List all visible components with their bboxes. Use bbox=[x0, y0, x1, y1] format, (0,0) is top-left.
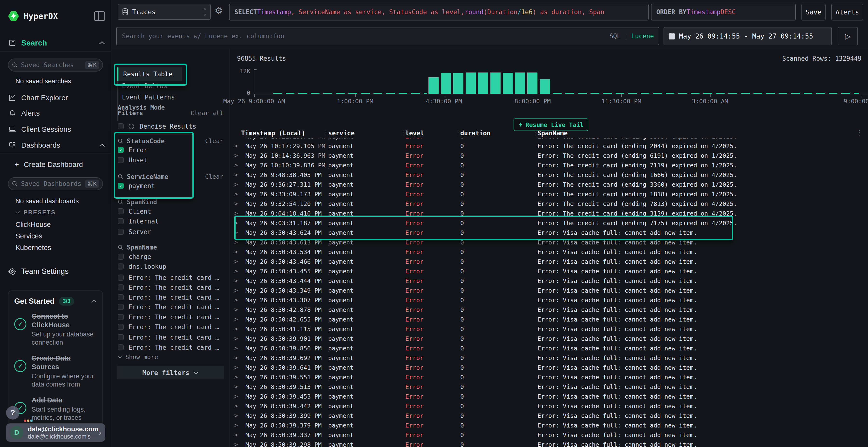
date-range-picker[interactable]: May 26 09:14:55 - May 27 09:14:55 bbox=[663, 27, 832, 45]
expand-chevron-icon[interactable]: > bbox=[235, 210, 245, 217]
table-row[interactable]: >May 26 10:17:29.105 PMpaymentError0Erro… bbox=[230, 141, 868, 151]
table-row[interactable]: >May 26 8:50:39.379 PMpaymentError0Error… bbox=[230, 420, 868, 430]
sidebar-item-alerts[interactable]: Alerts bbox=[8, 108, 105, 118]
sidebar-item-dashboards[interactable]: Dashboards bbox=[8, 140, 105, 150]
filter-option[interactable]: Error: The credit card … bbox=[118, 273, 223, 282]
expand-chevron-icon[interactable]: > bbox=[235, 200, 245, 207]
filter-clear-button[interactable]: Clear bbox=[205, 173, 223, 180]
table-row[interactable]: >May 26 8:50:39.399 PMpaymentError0Error… bbox=[230, 411, 868, 420]
analysis-mode-results-table[interactable]: Results Table bbox=[117, 67, 182, 81]
filter-option[interactable]: Error: The credit card … bbox=[118, 302, 223, 312]
column-header-level[interactable]: level bbox=[405, 130, 460, 137]
table-row[interactable]: >May 26 8:50:43.534 PMpaymentError0Error… bbox=[230, 247, 868, 257]
table-row[interactable]: >May 26 9:04:18.410 PMpaymentError0Error… bbox=[230, 209, 868, 218]
filter-checkbox[interactable] bbox=[118, 284, 124, 290]
create-dashboard-button[interactable]: + Create Dashboard bbox=[14, 159, 105, 170]
chevron-up-icon[interactable] bbox=[99, 41, 105, 44]
filter-option[interactable]: Unset bbox=[118, 155, 223, 165]
histogram-bar[interactable] bbox=[515, 72, 525, 94]
denoise-results-toggle[interactable]: Denoise Results bbox=[118, 122, 223, 131]
expand-chevron-icon[interactable]: > bbox=[235, 364, 245, 371]
language-sql[interactable]: SQL bbox=[609, 33, 621, 40]
table-row[interactable]: >May 26 8:50:39.337 PMpaymentError0Error… bbox=[230, 430, 868, 440]
filter-option[interactable]: Error: The credit card … bbox=[118, 342, 223, 352]
histogram-bar[interactable] bbox=[503, 73, 513, 94]
table-row[interactable]: >May 26 8:50:41.115 PMpaymentError0Error… bbox=[230, 324, 868, 334]
analysis-mode-event-deltas[interactable]: Event Deltas bbox=[117, 81, 182, 91]
table-row[interactable]: >May 26 8:50:39.453 PMpaymentError0Error… bbox=[230, 391, 868, 401]
more-filters-button[interactable]: More filters bbox=[117, 366, 224, 379]
filter-option[interactable]: Error: The credit card … bbox=[118, 322, 223, 332]
filter-checkbox[interactable] bbox=[118, 314, 124, 320]
filter-checkbox[interactable]: ✓ bbox=[118, 183, 124, 189]
filter-checkbox[interactable] bbox=[118, 304, 124, 310]
table-row[interactable]: >May 26 9:36:27.311 PMpaymentError0Error… bbox=[230, 180, 868, 189]
column-header-timestamp-local-[interactable]: Timestamp (Local) bbox=[235, 130, 328, 137]
expand-chevron-icon[interactable]: > bbox=[235, 374, 245, 381]
expand-chevron-icon[interactable]: > bbox=[235, 181, 245, 188]
sidebar-item-chart-explorer[interactable]: Chart Explorer bbox=[8, 93, 105, 103]
preset-link-clickhouse[interactable]: ClickHouse bbox=[16, 220, 51, 229]
source-select[interactable]: Traces ⌃⌄ bbox=[118, 4, 211, 20]
filter-clear-button[interactable]: Clear bbox=[205, 138, 223, 144]
column-options-icon[interactable]: ⋮ bbox=[856, 129, 863, 137]
table-row[interactable]: >May 26 8:50:39.513 PMpaymentError0Error… bbox=[230, 382, 868, 391]
expand-chevron-icon[interactable]: > bbox=[235, 162, 245, 169]
table-row[interactable]: >May 26 8:50:43.307 PMpaymentError0Error… bbox=[230, 295, 868, 305]
table-row[interactable]: >May 26 8:50:39.692 PMpaymentError0Error… bbox=[230, 353, 868, 363]
filter-checkbox[interactable] bbox=[118, 218, 124, 224]
filter-checkbox[interactable]: ✓ bbox=[118, 147, 124, 153]
denoise-checkbox[interactable] bbox=[118, 123, 124, 129]
expand-chevron-icon[interactable]: > bbox=[235, 316, 245, 323]
language-toggle[interactable]: SQL | Lucene bbox=[609, 33, 654, 40]
expand-chevron-icon[interactable]: > bbox=[235, 220, 245, 227]
filter-option[interactable]: Client bbox=[118, 206, 223, 216]
expand-chevron-icon[interactable]: > bbox=[235, 441, 245, 447]
expand-chevron-icon[interactable]: > bbox=[235, 171, 245, 178]
expand-chevron-icon[interactable]: > bbox=[235, 229, 245, 236]
table-row[interactable]: >May 26 8:50:39.551 PMpaymentError0Error… bbox=[230, 372, 868, 382]
get-started-item[interactable]: ✓Create Data SourcesConfigure where your… bbox=[8, 350, 102, 392]
table-row[interactable]: >May 26 10:10:39.836 PMpaymentError0Erro… bbox=[230, 161, 868, 170]
query-settings-gear-icon[interactable]: ⚙ bbox=[215, 5, 223, 16]
table-row[interactable]: >May 26 10:21:15.763 PMpaymentError0Erro… bbox=[230, 138, 868, 141]
expand-chevron-icon[interactable]: > bbox=[235, 345, 245, 352]
filter-option[interactable]: Server bbox=[118, 227, 223, 237]
table-row[interactable]: >May 26 8:50:43.349 PMpaymentError0Error… bbox=[230, 286, 868, 295]
user-menu[interactable]: D dale@clickhouse.com dale@clickhouse.co… bbox=[6, 423, 105, 442]
select-clause-input[interactable]: SELECT Timestamp, ServiceName as service… bbox=[229, 4, 649, 21]
table-row[interactable]: >May 26 8:50:43.613 PMpaymentError0Error… bbox=[230, 238, 868, 247]
table-row[interactable]: >May 26 9:03:31.187 PMpaymentError0Error… bbox=[230, 218, 868, 228]
filter-checkbox[interactable] bbox=[118, 344, 124, 350]
expand-chevron-icon[interactable]: > bbox=[235, 422, 245, 429]
column-header-spanname[interactable]: SpanName bbox=[537, 130, 868, 137]
expand-chevron-icon[interactable]: > bbox=[235, 297, 245, 304]
filter-checkbox[interactable] bbox=[118, 157, 124, 163]
filter-checkbox[interactable] bbox=[118, 324, 124, 330]
histogram-bar[interactable] bbox=[441, 73, 451, 94]
table-row[interactable]: >May 26 10:14:36.963 PMpaymentError0Erro… bbox=[230, 151, 868, 161]
histogram-bar[interactable] bbox=[466, 72, 476, 94]
order-by-input[interactable]: ORDER BY Timestamp DESC bbox=[651, 4, 796, 21]
saved-dashboards-input[interactable]: Saved Dashboards ⌘K bbox=[8, 177, 103, 190]
expand-chevron-icon[interactable]: > bbox=[235, 248, 245, 255]
filter-option[interactable]: dns.lookup bbox=[118, 262, 223, 271]
filter-option[interactable]: Error: The credit card … bbox=[118, 282, 223, 293]
expand-chevron-icon[interactable]: > bbox=[235, 268, 245, 275]
histogram-bar[interactable] bbox=[490, 72, 500, 94]
filter-option[interactable]: Internal bbox=[118, 216, 223, 226]
table-row[interactable]: >May 26 8:50:42.655 PMpaymentError0Error… bbox=[230, 314, 868, 324]
filter-checkbox[interactable] bbox=[118, 229, 124, 235]
expand-chevron-icon[interactable]: > bbox=[235, 354, 245, 361]
table-row[interactable]: >May 26 8:50:39.442 PMpaymentError0Error… bbox=[230, 401, 868, 411]
event-search-input[interactable] bbox=[122, 32, 609, 40]
filter-checkbox[interactable] bbox=[118, 264, 124, 270]
table-row[interactable]: >May 26 8:50:43.624 PMpaymentError0Error… bbox=[230, 228, 868, 238]
filter-option[interactable]: Error: The credit card … bbox=[118, 332, 223, 342]
table-row[interactable]: >May 26 9:32:54.120 PMpaymentError0Error… bbox=[230, 199, 868, 209]
expand-chevron-icon[interactable]: > bbox=[235, 306, 245, 313]
expand-chevron-icon[interactable]: > bbox=[235, 143, 245, 149]
sidebar-item-search[interactable]: Search bbox=[8, 38, 105, 48]
filter-checkbox[interactable] bbox=[118, 253, 124, 260]
filter-option[interactable]: Error: The credit card … bbox=[118, 293, 223, 302]
